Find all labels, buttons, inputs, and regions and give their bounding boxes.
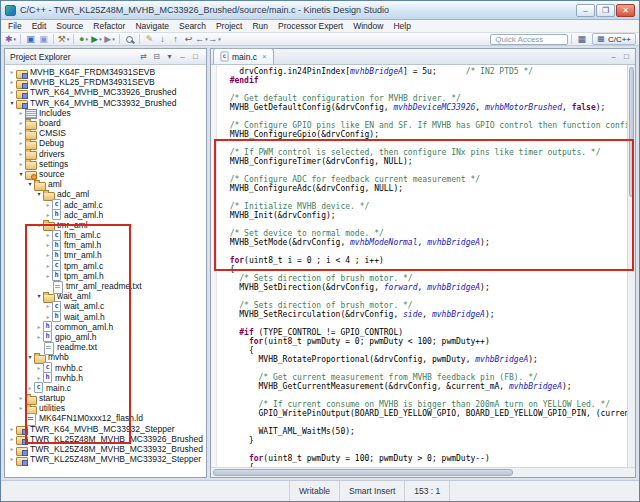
maximize-editor-icon[interactable]: □ (621, 50, 632, 64)
expand-arrow-icon[interactable]: ▸ (17, 108, 25, 118)
external-tools-icon[interactable]: ▶▾ (103, 33, 116, 45)
tree-item-twr-k64-mvhb-mc33926-brushed[interactable]: ▸TWR_K64_MVHB_MC33926_Brushed (5, 87, 206, 97)
horizontal-scrollbar-thumb[interactable] (213, 469, 513, 476)
back-icon[interactable]: ←▾ (195, 33, 208, 45)
expand-arrow-icon[interactable]: ▸ (35, 322, 43, 332)
expand-arrow-icon[interactable]: ▸ (35, 332, 43, 342)
collapse-arrow-icon[interactable]: ▾ (35, 220, 43, 230)
expand-arrow-icon[interactable]: ▸ (17, 118, 25, 128)
tab-main-c[interactable]: c main.c × (213, 48, 274, 64)
expand-arrow-icon[interactable]: ▸ (8, 77, 16, 87)
tree-item-mvhb-h[interactable]: ▸hmvhb.h (5, 373, 206, 383)
collapse-arrow-icon[interactable]: ▾ (35, 189, 43, 199)
expand-arrow-icon[interactable]: ▸ (44, 250, 52, 260)
tree-item-aml[interactable]: ▾aml (5, 179, 206, 189)
menu-refactor[interactable]: Refactor (88, 21, 130, 31)
tree-item-debug[interactable]: ▸Debug (5, 138, 206, 148)
code-line[interactable] (220, 319, 627, 328)
tree-item-twr-kl25z48m-mvhb-mc33932-brushed[interactable]: ▸TWR_KL25Z48M_MVHB_MC33932_Brushed (5, 444, 206, 454)
expand-arrow-icon[interactable]: ▸ (17, 393, 25, 403)
expand-arrow-icon[interactable]: ▸ (17, 138, 25, 148)
menu-file[interactable]: File (3, 21, 27, 31)
close-window-button[interactable]: ✕ (616, 4, 635, 17)
tree-item-mvhb-k64f-frdm34931sevb[interactable]: ▸MVHB_K64F_FRDM34931SEVB (5, 67, 206, 77)
code-line[interactable] (220, 445, 627, 454)
expand-arrow-icon[interactable]: ▸ (17, 159, 25, 169)
code-line[interactable] (220, 85, 627, 94)
editor-vertical-scrollbar[interactable] (627, 65, 635, 467)
forward-icon[interactable]: →▾ (208, 33, 221, 45)
tree-item-adc-aml-c[interactable]: ▸cadc_aml.c (5, 199, 206, 209)
menu-search[interactable]: Search (174, 21, 211, 31)
tree-item-tmr-aml-h[interactable]: ▸htmr_aml.h (5, 250, 206, 260)
expand-arrow-icon[interactable]: ▸ (26, 383, 34, 393)
code-line[interactable] (220, 391, 627, 400)
code-line[interactable]: MVHB_RotateProportional(&drvConfig, pwmD… (220, 355, 627, 364)
expand-arrow-icon[interactable]: ▸ (8, 434, 16, 444)
code-line[interactable]: WAIT_AML_WaitMs(50); (220, 427, 627, 436)
tree-item-startup[interactable]: ▸startup (5, 393, 206, 403)
expand-arrow-icon[interactable]: ▸ (44, 271, 52, 281)
code-line[interactable]: drvConfig.in24PinIndex[mvhbBridgeA] = 5u… (220, 67, 627, 76)
minimize-window-button[interactable]: – (576, 4, 595, 17)
code-line[interactable]: } (220, 436, 627, 445)
maximize-view-icon[interactable]: □ (190, 50, 201, 64)
quick-access-input[interactable]: Quick Access (490, 34, 568, 45)
code-line[interactable]: #endif (220, 76, 627, 85)
code-line[interactable]: /* Get default configuration for MVHB dr… (220, 94, 627, 103)
code-line[interactable]: { (220, 265, 627, 274)
code-line[interactable] (220, 292, 627, 301)
link-with-editor-icon[interactable]: ⇄ (138, 50, 149, 64)
code-line[interactable]: for(uint8_t i = 0 ; i < 4 ; i++) (220, 256, 627, 265)
collapse-arrow-icon[interactable]: ▾ (26, 352, 34, 362)
expand-arrow-icon[interactable]: ▸ (44, 301, 52, 311)
code-line[interactable]: #if (TYPE_CONTROL != GPIO_CONTROL) (220, 328, 627, 337)
expand-arrow-icon[interactable]: ▸ (8, 454, 16, 464)
tree-item-mvhb-kl25-frdm34931sevb[interactable]: ▸MVHB_KL25_FRDM34931SEVB (5, 77, 206, 87)
save-all-icon[interactable]: ▣ (37, 33, 50, 45)
expand-arrow-icon[interactable]: ▸ (17, 149, 25, 159)
expand-arrow-icon[interactable]: ▸ (44, 210, 52, 220)
code-line[interactable]: MVHB_ConfigureTimer(&drvConfig, NULL); (220, 157, 627, 166)
menu-source[interactable]: Source (51, 21, 88, 31)
collapse-all-icon[interactable]: ⊟ (151, 50, 162, 64)
code-line[interactable]: /* Configure ADC for feedback current me… (220, 175, 627, 184)
menu-edit[interactable]: Edit (27, 21, 52, 31)
tree-item-cmsis[interactable]: ▸CMSIS (5, 128, 206, 138)
mark-occurrences-icon[interactable]: ✎ (143, 33, 156, 45)
expand-arrow-icon[interactable]: ▸ (17, 403, 25, 413)
minimize-editor-icon[interactable]: – (608, 50, 619, 64)
code-line[interactable] (220, 139, 627, 148)
tree-item-wait-aml[interactable]: ▾wait_aml (5, 291, 206, 301)
code-line[interactable] (220, 193, 627, 202)
tree-item-ftm-aml-c[interactable]: ▸cftm_aml.c (5, 230, 206, 240)
code-line[interactable]: /* Sets direction of brush motor. */ (220, 274, 627, 283)
tree-item-adc-aml[interactable]: ▾adc_aml (5, 189, 206, 199)
code-line[interactable]: /* Set device to normal mode. */ (220, 229, 627, 238)
menu-project[interactable]: Project (211, 21, 247, 31)
code-line[interactable]: /* Get current measurement from MVHB fee… (220, 373, 627, 382)
tree-item-tmr-aml-readme-txt[interactable]: tmr_aml_readme.txt (5, 281, 206, 291)
tree-item-tpm-aml-h[interactable]: ▸htpm_aml.h (5, 271, 206, 281)
code-line[interactable]: /* If current consume on MVHB is bigger … (220, 400, 627, 409)
save-icon[interactable]: ▣ (24, 33, 37, 45)
code-line[interactable] (220, 418, 627, 427)
code-line[interactable]: MVHB_SetRecirculation(&drvConfig, side, … (220, 310, 627, 319)
code-line[interactable] (220, 220, 627, 229)
previous-annotation-icon[interactable]: ↑ (169, 33, 182, 45)
expand-arrow-icon[interactable]: ▸ (44, 230, 52, 240)
view-menu-icon[interactable]: ▾ (164, 50, 175, 64)
vertical-scrollbar-thumb[interactable] (629, 67, 634, 197)
tree-item-tpm-aml-c[interactable]: ▸ctpm_aml.c (5, 261, 206, 271)
minimize-view-icon[interactable]: – (177, 50, 188, 64)
tree-item-common-aml-h[interactable]: ▸hcommon_aml.h (5, 322, 206, 332)
last-edit-location-icon[interactable]: ↩ (182, 33, 195, 45)
code-line[interactable]: MVHB_GetCurrentMeasurement(&drvConfig, &… (220, 382, 627, 391)
expand-arrow-icon[interactable]: ▸ (35, 373, 43, 383)
code-line[interactable]: MVHB_Init(&drvConfig); (220, 211, 627, 220)
collapse-arrow-icon[interactable]: ▾ (17, 169, 25, 179)
tree-item-readme-txt[interactable]: readme.txt (5, 342, 206, 352)
project-tree[interactable]: ▸MVHB_K64F_FRDM34931SEVB▸MVHB_KL25_FRDM3… (5, 65, 206, 477)
code-line[interactable]: /* Sets direction of brush motor. */ (220, 301, 627, 310)
expand-arrow-icon[interactable]: ▸ (44, 261, 52, 271)
